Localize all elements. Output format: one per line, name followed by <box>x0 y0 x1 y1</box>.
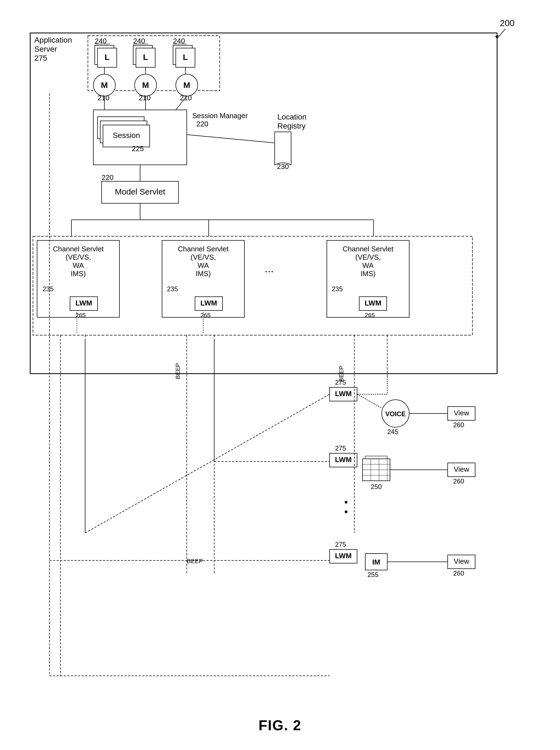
l-label-3b: L <box>183 53 188 61</box>
voice-num: 245 <box>387 428 398 435</box>
cs1-line1: Channel Servlet <box>53 245 104 253</box>
label-210-1: 210 <box>98 94 109 102</box>
location-registry-label: Location <box>277 113 306 121</box>
beep-label-1: BEEP <box>174 363 181 379</box>
num-275-fax: 275 <box>335 445 346 452</box>
cs1-num: 235 <box>43 285 54 293</box>
cs1-line3: WA <box>73 261 84 270</box>
cs2-num: 235 <box>167 285 178 293</box>
m-label-2: M <box>142 80 149 90</box>
session-manager-label: Session Manager <box>192 112 248 120</box>
view-num-2: 260 <box>453 477 464 485</box>
cs2-line4: IMS) <box>196 270 211 278</box>
lwm-fax-label: LWM <box>335 455 352 464</box>
cs3-num: 235 <box>332 285 343 293</box>
num-275-voice: 275 <box>335 379 346 386</box>
cs2-line1: Channel Servlet <box>178 245 229 253</box>
dots: ··· <box>264 265 274 277</box>
dots-3: • <box>344 506 348 517</box>
im-label: IM <box>373 558 380 566</box>
model-servlet-label: Model Servlet <box>115 187 165 196</box>
cs3-line3: WA <box>362 261 374 270</box>
location-registry-shape <box>275 132 291 165</box>
svg-line-27 <box>357 394 382 408</box>
app-server-label3: 275 <box>34 54 47 62</box>
m-label-1: M <box>101 80 108 90</box>
num-220-below: 220 <box>102 173 114 182</box>
lwm-voice-label: LWM <box>335 390 352 398</box>
session-num: 225 <box>132 144 144 153</box>
voice-label: VOICE <box>385 410 406 418</box>
ref-200: 200 <box>500 18 515 28</box>
view-num-1: 260 <box>453 421 464 429</box>
lwm-label-1: LWM <box>76 299 92 307</box>
cs3-line4: IMS) <box>361 270 376 278</box>
view-label-2: View <box>454 465 469 473</box>
lwm-num-2: 265 <box>200 312 211 319</box>
svg-rect-29 <box>365 456 387 459</box>
l-label-1b: L <box>105 53 109 61</box>
cs2-line2: (VE/VS, <box>191 253 216 261</box>
num-275-im: 275 <box>335 541 346 548</box>
cs3-line2: (VE/VS, <box>355 253 381 261</box>
label-210-2: 210 <box>139 94 151 102</box>
cs1-line2: (VE/VS, <box>66 253 91 261</box>
view-label-3: View <box>454 557 469 566</box>
beep-label-3: BEEP <box>187 558 203 565</box>
lwm-label-3: LWM <box>365 299 381 307</box>
m-label-3: M <box>183 80 190 90</box>
sm-to-lr-line <box>187 135 274 143</box>
figure-label: FIG. 2 <box>258 717 301 733</box>
app-server-label: Application <box>34 36 72 44</box>
cs1-line4: IMS) <box>71 270 86 278</box>
im-num: 255 <box>367 571 378 578</box>
diagram: 200 Application Server 275 240 L L 240 L… <box>17 11 538 725</box>
lwm-label-2: LWM <box>200 299 217 307</box>
session-manager-num: 220 <box>196 120 208 128</box>
svg-line-44 <box>85 394 329 533</box>
cs2-line3: WA <box>198 261 209 270</box>
label-210-3: 210 <box>180 94 192 102</box>
cs3-line1: Channel Servlet <box>343 245 394 253</box>
lwm-num-3: 265 <box>365 312 375 319</box>
app-server-label2: Server <box>34 45 57 53</box>
view-label-1: View <box>454 409 469 417</box>
location-registry-num: 230 <box>277 162 289 171</box>
session-text: Session <box>113 131 140 140</box>
fax-num: 250 <box>371 483 382 490</box>
svg-line-1 <box>497 29 505 38</box>
lwm-im-label: LWM <box>335 552 352 560</box>
location-registry-label2: Registry <box>277 122 306 130</box>
view-num-3: 260 <box>453 570 464 577</box>
l-label-2b: L <box>143 53 148 61</box>
